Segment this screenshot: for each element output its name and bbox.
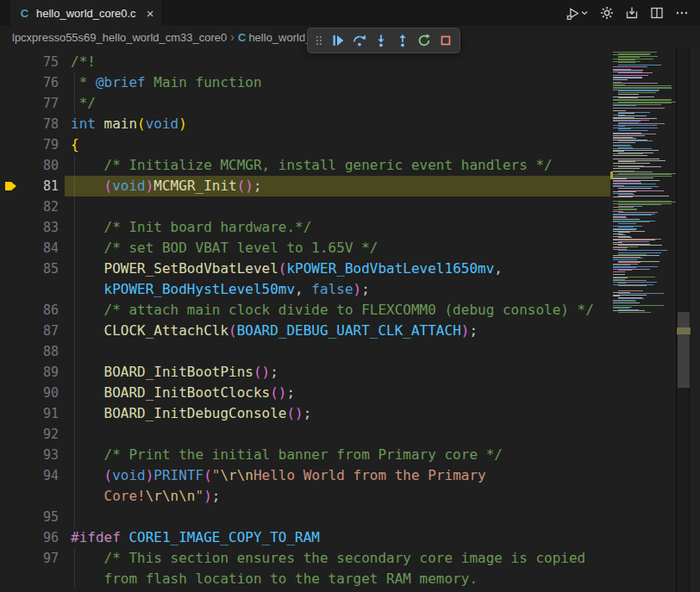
minimap[interactable] — [610, 48, 676, 592]
code-text: BOARD_InitDebugConsole(); — [71, 403, 610, 424]
debug-step-over-icon[interactable] — [348, 29, 370, 52]
tab-hello-world-core0[interactable]: C hello_world_core0.c × — [10, 0, 163, 26]
code-line[interactable]: 81 (void)MCMGR_Init(); — [0, 176, 610, 196]
code-line[interactable]: from flash location to the target RAM me… — [0, 569, 610, 589]
line-number[interactable]: 89 — [0, 362, 59, 383]
code-line[interactable]: 79{ — [0, 134, 610, 155]
vertical-scrollbar[interactable] — [676, 48, 690, 592]
drag-handle-icon[interactable] — [311, 29, 327, 52]
code-line[interactable]: 92 — [0, 424, 610, 445]
code-text: /* set BOD VBAT level to 1.65V */ — [71, 238, 610, 259]
line-number[interactable]: 77 — [0, 93, 59, 114]
run-debug-icon — [566, 6, 580, 21]
code-text: BOARD_InitBootClocks(); — [71, 383, 610, 403]
minimap-content — [612, 52, 674, 313]
code-line[interactable]: 80 /* Initialize MCMGR, install generic … — [0, 155, 610, 176]
line-number[interactable]: 76 — [0, 72, 59, 93]
indent-guide — [74, 507, 75, 527]
line-number[interactable]: 94 — [0, 465, 59, 486]
code-line[interactable]: 95 — [0, 507, 610, 527]
code-line[interactable]: 91 BOARD_InitDebugConsole(); — [0, 403, 610, 424]
line-number[interactable]: 83 — [0, 217, 59, 238]
breadcrumb-file[interactable]: hello_world_core0.c — [248, 31, 307, 44]
line-number[interactable]: 86 — [0, 300, 59, 321]
breadcrumb-separator-icon: › — [230, 30, 234, 44]
code-line[interactable]: 94 (void)PRINTF("\r\nHello World from th… — [0, 465, 610, 486]
line-number[interactable]: 80 — [0, 155, 59, 176]
debug-continue-icon[interactable] — [327, 29, 348, 52]
code-line[interactable]: 96#ifdef CORE1_IMAGE_COPY_TO_RAM — [0, 527, 610, 548]
indent-guide — [74, 341, 75, 362]
code-text: /* attach main clock divide to FLEXCOMM0… — [71, 300, 610, 321]
code-text: /* Print the initial banner from Primary… — [71, 445, 610, 465]
code-line[interactable]: 97 /* This section ensures the secondary… — [0, 548, 610, 569]
code-rows: 75/*!76 * @brief Main function77 */78int… — [0, 52, 610, 589]
line-number[interactable]: 78 — [0, 114, 59, 134]
code-line[interactable]: 88 — [0, 341, 610, 362]
code-line[interactable]: 83 /* Init board hardware.*/ — [0, 217, 610, 238]
code-line[interactable]: 78int main(void) — [0, 114, 610, 134]
code-line[interactable]: 90 BOARD_InitBootClocks(); — [0, 383, 610, 403]
debug-restart-icon[interactable] — [413, 29, 434, 52]
line-number[interactable]: 88 — [0, 341, 59, 362]
code-text: POWER_SetBodVbatLevel(kPOWER_BodVbatLeve… — [71, 259, 610, 279]
debug-toolbar — [307, 28, 460, 53]
scrollbar-thumb[interactable] — [678, 312, 690, 388]
breadcrumb: lpcxpresso55s69_hello_world_cm33_core0 ›… — [12, 26, 307, 48]
code-line[interactable]: 89 BOARD_InitBootPins(); — [0, 362, 610, 383]
code-line[interactable]: 77 */ — [0, 93, 610, 114]
code-text: int main(void) — [71, 114, 610, 134]
code-line[interactable]: 84 /* set BOD VBAT level to 1.65V */ — [0, 238, 610, 259]
line-number[interactable]: 96 — [0, 527, 59, 548]
line-number[interactable]: 85 — [0, 259, 59, 279]
tab-bar: C hello_world_core0.c × — [0, 0, 700, 26]
line-number[interactable]: 79 — [0, 134, 59, 155]
code-text: BOARD_InitBootPins(); — [71, 362, 610, 383]
code-text: /* Initialize MCMGR, install generic eve… — [71, 155, 610, 176]
code-text: * @brief Main function — [71, 72, 610, 93]
debug-step-out-icon[interactable] — [391, 29, 413, 52]
editor-actions — [562, 0, 691, 26]
debug-step-into-icon[interactable] — [370, 29, 391, 52]
line-number[interactable]: 92 — [0, 424, 59, 445]
code-text: #ifdef CORE1_IMAGE_COPY_TO_RAM — [71, 527, 610, 548]
code-text: /*! — [71, 52, 610, 72]
code-line[interactable]: 76 * @brief Main function — [0, 72, 610, 93]
editor-right-edge — [691, 48, 700, 592]
breadcrumb-folder[interactable]: lpcxpresso55s69_hello_world_cm33_core0 — [12, 31, 227, 44]
split-editor-icon[interactable] — [647, 3, 666, 22]
line-number[interactable]: 87 — [0, 321, 59, 341]
code-text: from flash location to the target RAM me… — [71, 569, 610, 589]
code-text: */ — [71, 93, 610, 114]
code-text: Core!\r\n\n"); — [71, 486, 610, 507]
line-number[interactable]: 84 — [0, 238, 59, 259]
code-editor: 75/*!76 * @brief Main function77 */78int… — [0, 48, 610, 592]
line-number[interactable]: 95 — [0, 507, 59, 527]
code-line[interactable]: 82 — [0, 196, 610, 217]
settings-gear-icon[interactable] — [597, 3, 616, 22]
code-line[interactable]: 86 /* attach main clock divide to FLEXCO… — [0, 300, 610, 321]
c-file-icon: C — [18, 7, 31, 20]
code-line[interactable]: Core!\r\n\n"); — [0, 486, 610, 507]
install-download-icon[interactable] — [622, 3, 641, 22]
c-file-icon: C — [238, 31, 246, 44]
code-line[interactable]: kPOWER_BodHystLevel50mv, false); — [0, 279, 610, 300]
line-number[interactable]: 91 — [0, 403, 59, 424]
code-line[interactable]: 93 /* Print the initial banner from Prim… — [0, 445, 610, 465]
indent-guide — [74, 424, 75, 445]
run-or-debug-button[interactable] — [562, 3, 591, 22]
line-number[interactable]: 75 — [0, 52, 59, 72]
code-line[interactable]: 87 CLOCK_AttachClk(BOARD_DEBUG_UART_CLK_… — [0, 321, 610, 341]
code-text: { — [71, 134, 610, 155]
debug-stop-icon[interactable] — [434, 29, 456, 52]
line-number[interactable]: 97 — [0, 548, 59, 569]
line-number[interactable]: 90 — [0, 383, 59, 403]
debug-current-line-arrow-icon — [4, 179, 17, 193]
tab-close-icon[interactable]: × — [147, 7, 154, 20]
more-actions-icon[interactable] — [672, 3, 691, 22]
line-number[interactable]: 93 — [0, 445, 59, 465]
code-text: CLOCK_AttachClk(BOARD_DEBUG_UART_CLK_ATT… — [71, 321, 610, 341]
code-line[interactable]: 75/*! — [0, 52, 610, 72]
code-line[interactable]: 85 POWER_SetBodVbatLevel(kPOWER_BodVbatL… — [0, 259, 610, 279]
line-number[interactable]: 82 — [0, 196, 59, 217]
